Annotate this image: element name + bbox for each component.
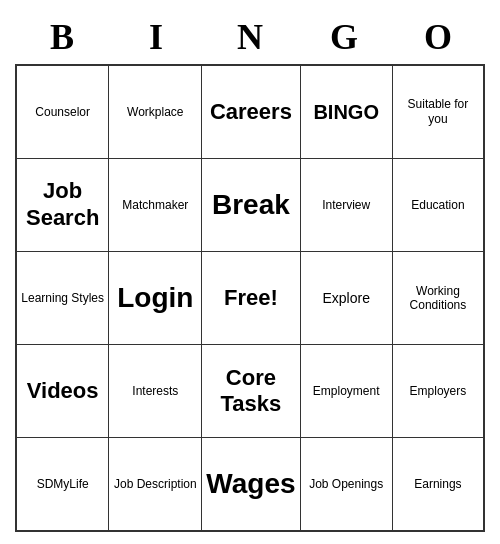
letter-b: B — [18, 16, 106, 58]
cell-2-2: Free! — [202, 251, 300, 344]
cell-1-3: Interview — [300, 158, 392, 251]
cell-0-0: Counselor — [16, 65, 109, 158]
cell-3-3: Employment — [300, 345, 392, 438]
cell-3-2: Core Tasks — [202, 345, 300, 438]
bingo-header: B I N G O — [15, 12, 485, 64]
letter-o: O — [394, 16, 482, 58]
cell-2-4: Working Conditions — [392, 251, 484, 344]
cell-1-1: Matchmaker — [109, 158, 202, 251]
cell-4-4: Earnings — [392, 438, 484, 531]
cell-4-2: Wages — [202, 438, 300, 531]
cell-4-0: SDMyLife — [16, 438, 109, 531]
cell-2-1: Login — [109, 251, 202, 344]
letter-g: G — [300, 16, 388, 58]
cell-4-3: Job Openings — [300, 438, 392, 531]
cell-0-3: BINGO — [300, 65, 392, 158]
cell-2-3: Explore — [300, 251, 392, 344]
cell-1-0: Job Search — [16, 158, 109, 251]
cell-1-2: Break — [202, 158, 300, 251]
cell-4-1: Job Description — [109, 438, 202, 531]
cell-3-4: Employers — [392, 345, 484, 438]
letter-i: I — [112, 16, 200, 58]
cell-3-0: Videos — [16, 345, 109, 438]
cell-2-0: Learning Styles — [16, 251, 109, 344]
bingo-card: B I N G O CounselorWorkplaceCareersBINGO… — [15, 12, 485, 532]
cell-0-1: Workplace — [109, 65, 202, 158]
cell-1-4: Education — [392, 158, 484, 251]
letter-n: N — [206, 16, 294, 58]
cell-0-4: Suitable for you — [392, 65, 484, 158]
cell-0-2: Careers — [202, 65, 300, 158]
cell-3-1: Interests — [109, 345, 202, 438]
bingo-grid: CounselorWorkplaceCareersBINGOSuitable f… — [15, 64, 485, 532]
